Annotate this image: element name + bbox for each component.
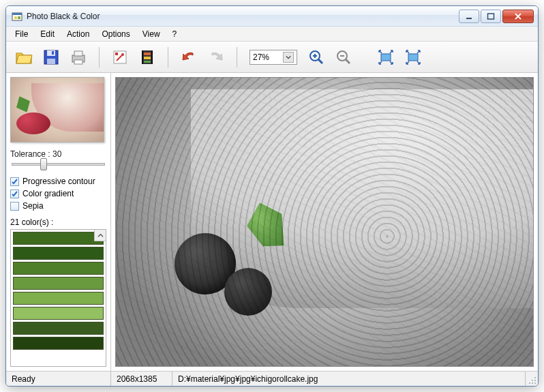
check-progressive-contour-row: Progressive contour <box>10 177 106 186</box>
menu-file[interactable]: File <box>9 28 34 40</box>
window-title: Photo Black & Color <box>27 12 457 21</box>
svg-rect-15 <box>115 52 118 55</box>
tolerance-slider[interactable] <box>12 163 105 166</box>
color-swatch[interactable] <box>13 292 104 305</box>
undo-button[interactable] <box>177 45 201 70</box>
svg-rect-18 <box>144 57 151 59</box>
film-button[interactable] <box>135 45 160 70</box>
color-swatch[interactable] <box>13 262 104 275</box>
check-sepia[interactable] <box>10 202 19 211</box>
svg-rect-3 <box>18 16 20 19</box>
toolbar: 27% <box>6 42 538 73</box>
canvas-area <box>111 73 538 371</box>
zoom-level-select[interactable]: 27% <box>250 50 297 65</box>
slider-thumb[interactable] <box>40 158 47 170</box>
options-checkboxes: Progressive contour Color gradient Sepia <box>10 177 106 211</box>
colors-count-label: 21 color(s) : <box>10 217 106 227</box>
svg-rect-20 <box>142 50 143 64</box>
save-button[interactable] <box>39 45 63 70</box>
zoom-value: 27% <box>253 52 269 62</box>
svg-rect-9 <box>52 51 54 55</box>
svg-rect-1 <box>12 13 22 15</box>
menubar: File Edit Action Options View ? <box>6 27 538 42</box>
svg-rect-11 <box>74 51 82 56</box>
svg-rect-8 <box>47 59 55 64</box>
eyedropper-button[interactable] <box>108 45 132 70</box>
svg-rect-12 <box>74 60 82 64</box>
sidebar: Tolerance : 30 Progressive contour Color <box>6 73 111 371</box>
tolerance-label: Tolerance : 30 <box>10 149 106 159</box>
toolbar-separator <box>99 47 100 67</box>
color-swatch[interactable] <box>13 307 104 320</box>
scroll-up-button[interactable] <box>94 230 106 241</box>
app-window: Photo Black & Color File Edit Action Opt… <box>5 5 539 387</box>
svg-point-14 <box>121 53 124 56</box>
color-section: 21 color(s) : <box>10 217 106 367</box>
svg-rect-19 <box>144 61 151 63</box>
svg-point-28 <box>534 380 536 381</box>
svg-point-27 <box>532 380 533 381</box>
resize-grip[interactable] <box>526 372 538 386</box>
window-buttons <box>457 10 534 23</box>
svg-rect-4 <box>466 18 472 19</box>
status-filepath: D:¥material¥jpg¥jpg¥ichigorollcake.jpg <box>172 372 526 386</box>
color-swatch[interactable] <box>13 232 104 245</box>
toolbar-separator <box>168 47 168 67</box>
check-sepia-row: Sepia <box>10 201 106 211</box>
svg-rect-5 <box>488 14 494 19</box>
svg-rect-17 <box>144 52 151 55</box>
minimize-button[interactable] <box>459 10 479 23</box>
svg-rect-21 <box>151 50 153 64</box>
maximize-button[interactable] <box>481 10 501 23</box>
check-label: Sepia <box>22 201 44 211</box>
check-progressive-contour[interactable] <box>10 177 19 186</box>
menu-help[interactable]: ? <box>166 28 183 40</box>
svg-point-30 <box>532 382 533 384</box>
svg-rect-7 <box>47 50 55 56</box>
image-canvas[interactable] <box>115 77 534 367</box>
svg-point-29 <box>529 382 530 384</box>
menu-action[interactable]: Action <box>61 28 95 40</box>
app-icon <box>12 11 22 22</box>
tolerance-control: Tolerance : 30 <box>10 149 106 170</box>
zoom-in-button[interactable] <box>304 45 329 70</box>
fit-screen-button[interactable] <box>374 45 398 70</box>
content-area: Tolerance : 30 Progressive contour Color <box>6 73 538 371</box>
check-label: Color gradient <box>22 189 74 198</box>
actual-size-button[interactable] <box>401 45 425 70</box>
menu-edit[interactable]: Edit <box>34 28 61 40</box>
statusbar: Ready 2068x1385 D:¥material¥jpg¥jpg¥ichi… <box>6 371 538 386</box>
close-button[interactable] <box>502 10 534 23</box>
check-color-gradient[interactable] <box>10 190 19 198</box>
svg-point-31 <box>534 382 536 384</box>
redo-button[interactable] <box>204 45 228 70</box>
menu-options[interactable]: Options <box>95 28 136 40</box>
status-ready: Ready <box>6 372 111 386</box>
color-list[interactable] <box>10 229 106 367</box>
open-button[interactable] <box>12 45 36 70</box>
toolbar-separator <box>237 47 237 67</box>
color-swatch[interactable] <box>13 322 104 335</box>
svg-rect-24 <box>381 54 391 61</box>
menu-view[interactable]: View <box>136 28 166 40</box>
color-swatch[interactable] <box>13 247 104 260</box>
color-swatch[interactable] <box>13 277 104 290</box>
chevron-down-icon <box>283 52 294 63</box>
color-swatch[interactable] <box>13 337 104 350</box>
svg-point-2 <box>14 16 17 19</box>
check-color-gradient-row: Color gradient <box>10 189 106 198</box>
zoom-out-button[interactable] <box>331 45 356 70</box>
status-dimensions: 2068x1385 <box>111 372 172 386</box>
thumbnail-preview[interactable] <box>10 77 104 142</box>
check-label: Progressive contour <box>22 177 95 186</box>
svg-rect-25 <box>408 54 418 61</box>
titlebar[interactable]: Photo Black & Color <box>6 6 538 27</box>
print-button[interactable] <box>66 45 91 70</box>
svg-point-26 <box>534 377 536 378</box>
